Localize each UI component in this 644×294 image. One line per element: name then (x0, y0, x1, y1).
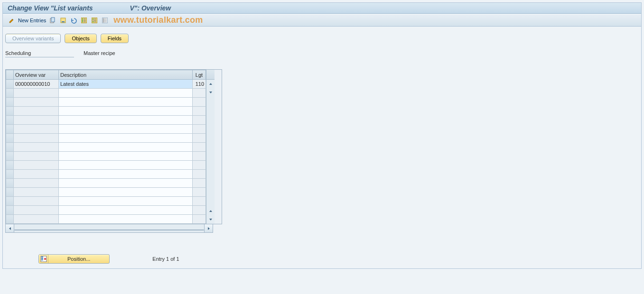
table-row[interactable] (6, 107, 206, 116)
row-selector[interactable] (6, 161, 14, 170)
footer: Position... Entry 1 of 1 (3, 254, 641, 264)
scheduling-label: Scheduling (5, 50, 74, 57)
scroll-left-icon[interactable] (6, 224, 14, 232)
row-selector[interactable] (6, 206, 14, 215)
table-row[interactable] (6, 116, 206, 125)
row-selector[interactable] (6, 134, 14, 143)
table: Overview var Description Lgt 00000000001… (6, 70, 206, 224)
table-row[interactable] (6, 197, 206, 206)
cell-overview-var[interactable]: 000000000010 (14, 80, 59, 89)
scroll-up-icon[interactable] (206, 80, 215, 88)
table-row[interactable] (6, 161, 206, 170)
row-selector[interactable] (6, 215, 14, 224)
row-selector[interactable] (6, 152, 14, 161)
toggle-display-change-icon[interactable] (8, 17, 15, 24)
tab-overview-variants: Overview variants (5, 34, 61, 43)
info-row: Scheduling Master recipe (3, 50, 641, 57)
title-bar: Change View "List variants V": Overview (3, 3, 641, 14)
content-area: Overview variants Objects Fields Schedul… (3, 27, 641, 268)
new-entries-link[interactable]: New Entries (18, 18, 46, 23)
configure-table-icon[interactable] (206, 70, 215, 80)
hscroll-thumb[interactable] (14, 230, 204, 230)
row-selector[interactable] (6, 98, 14, 107)
svg-rect-28 (41, 259, 43, 260)
scroll-right-icon[interactable] (204, 224, 213, 232)
copy-as-icon[interactable] (49, 17, 56, 24)
entry-count-text: Entry 1 of 1 (152, 256, 179, 262)
vertical-scrollbar[interactable] (206, 70, 215, 224)
svg-rect-29 (44, 258, 46, 260)
svg-rect-14 (93, 21, 93, 22)
position-icon (39, 255, 48, 263)
table-row[interactable]: 000000000010 Latest dates 110 (6, 80, 206, 89)
app-window: Change View "List variants V": Overview … (2, 2, 642, 269)
tab-objects[interactable]: Objects (65, 34, 96, 43)
table-row[interactable] (6, 143, 206, 152)
tabstrip: Overview variants Objects Fields (3, 34, 641, 43)
table-row[interactable] (6, 125, 206, 134)
table-row[interactable] (6, 89, 206, 98)
row-selector[interactable] (6, 116, 14, 125)
select-block-icon[interactable] (91, 17, 98, 24)
cell-lgt[interactable]: 110 (193, 80, 206, 89)
undo-change-icon[interactable] (70, 17, 77, 24)
tab-fields[interactable]: Fields (101, 34, 129, 43)
scroll-up-bottom-icon[interactable] (206, 207, 215, 215)
row-selector[interactable] (6, 143, 14, 152)
row-selector[interactable] (6, 107, 14, 116)
table-row[interactable] (6, 98, 206, 107)
row-selector[interactable] (6, 179, 14, 188)
table-row[interactable] (6, 206, 206, 215)
row-selector[interactable] (6, 188, 14, 197)
svg-rect-6 (82, 20, 83, 21)
row-selector[interactable] (6, 170, 14, 179)
page-title: Change View "List variants V": Overview (8, 4, 171, 12)
row-selector[interactable] (6, 80, 14, 89)
table-row[interactable] (6, 188, 206, 197)
svg-rect-3 (62, 21, 65, 22)
row-selector[interactable] (6, 89, 14, 98)
table-row[interactable] (6, 152, 206, 161)
svg-rect-27 (41, 258, 43, 259)
svg-rect-12 (93, 18, 93, 19)
table-row[interactable] (6, 170, 206, 179)
table-control: Overview var Description Lgt 00000000001… (5, 69, 222, 224)
select-all-icon[interactable] (80, 17, 88, 24)
scroll-down-icon[interactable] (206, 88, 215, 97)
table-row[interactable] (6, 215, 206, 224)
table-corner[interactable] (6, 70, 14, 80)
application-toolbar: New Entries www.tutorialkart.com (3, 14, 641, 27)
svg-rect-5 (82, 18, 83, 19)
scrollbar-track[interactable] (206, 97, 215, 207)
horizontal-scrollbar[interactable] (5, 224, 213, 233)
master-recipe-label: Master recipe (84, 50, 115, 57)
table-row[interactable] (6, 134, 206, 143)
table-row[interactable] (6, 179, 206, 188)
watermark: www.tutorialkart.com (113, 15, 203, 25)
deselect-all-icon[interactable] (101, 17, 109, 24)
svg-rect-7 (82, 21, 83, 22)
column-header-overview-var[interactable]: Overview var (14, 70, 59, 80)
column-header-description[interactable]: Description (59, 70, 193, 80)
svg-rect-26 (41, 257, 43, 257)
position-button[interactable]: Position... (38, 254, 110, 264)
row-selector[interactable] (6, 197, 14, 206)
scroll-down-bottom-icon[interactable] (206, 215, 215, 224)
delete-icon[interactable] (59, 17, 67, 24)
column-header-lgt[interactable]: Lgt (193, 70, 206, 80)
row-selector[interactable] (6, 125, 14, 134)
svg-rect-1 (51, 18, 55, 22)
cell-description[interactable]: Latest dates (59, 80, 193, 89)
position-label: Position... (48, 256, 109, 262)
